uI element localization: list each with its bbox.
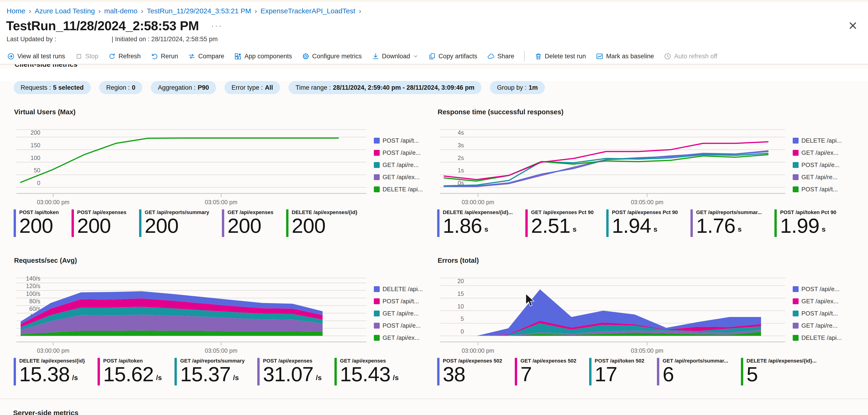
- refresh-button[interactable]: Refresh: [108, 53, 141, 60]
- filter-time-range[interactable]: Time range :28/11/2024, 2:59:40 pm - 28/…: [288, 81, 482, 94]
- legend-item[interactable]: GET /api/re...: [374, 310, 423, 317]
- svg-text:3s: 3s: [458, 142, 464, 148]
- stat-unit: s: [484, 225, 488, 233]
- svg-text:5: 5: [461, 315, 464, 322]
- breadcrumb-malt-demo[interactable]: malt-demo: [104, 7, 137, 15]
- legend-item[interactable]: POST /api/t...: [374, 298, 423, 305]
- legend-item[interactable]: GET /api/ex...: [374, 174, 423, 181]
- chart-response-time: Response time (successful responses) 4s3…: [437, 108, 868, 237]
- filter-requests[interactable]: Requests :5 selected: [13, 81, 91, 94]
- legend-swatch-icon: [374, 335, 380, 341]
- stat-color-bar: [657, 358, 659, 385]
- legend-item[interactable]: POST /api/e...: [793, 285, 842, 293]
- legend-label: DELETE /api...: [382, 285, 423, 293]
- legend-item[interactable]: DELETE /api...: [374, 285, 423, 293]
- legend-item[interactable]: GET /api/re...: [793, 322, 842, 329]
- configure-metrics-button[interactable]: Configure metrics: [302, 53, 362, 60]
- breadcrumb-loadtest[interactable]: ExpenseTrackerAPI_LoadTest: [260, 7, 355, 15]
- stat-value: 15.37: [180, 364, 230, 385]
- stop-button[interactable]: Stop: [75, 53, 98, 60]
- legend-swatch-icon: [793, 298, 799, 304]
- toolbar: View all test runs Stop Refresh Rerun Co…: [0, 48, 868, 64]
- breadcrumb-home[interactable]: Home: [6, 7, 25, 15]
- stat-unit: /s: [156, 374, 162, 382]
- stat-value: 6: [662, 364, 674, 385]
- legend-item[interactable]: GET /api/ex...: [793, 298, 842, 305]
- stat-color-bar: [13, 358, 16, 385]
- legend-item[interactable]: GET /api/re...: [793, 174, 842, 181]
- mark-as-baseline-button[interactable]: Mark as baseline: [596, 53, 654, 60]
- legend-swatch-icon: [793, 162, 799, 168]
- stat-card: POST /api/token 502 17: [589, 358, 645, 385]
- svg-text:140/s: 140/s: [26, 275, 40, 282]
- legend-label: POST /api/e...: [801, 161, 840, 169]
- compare-button[interactable]: Compare: [188, 53, 224, 60]
- stat-unit: /s: [393, 374, 399, 382]
- legend-label: GET /api/re...: [382, 161, 418, 169]
- rerun-icon: [151, 53, 158, 60]
- legend-swatch-icon: [793, 138, 799, 144]
- stat-color-bar: [606, 209, 609, 237]
- toolbar-label: Stop: [85, 53, 98, 60]
- close-button[interactable]: ×: [847, 18, 859, 33]
- filter-aggregation[interactable]: Aggregation :P90: [151, 81, 216, 94]
- stat-value: 15.62: [103, 364, 154, 385]
- legend-item[interactable]: GET /api/ex...: [793, 149, 842, 157]
- svg-text:03:00:00 pm: 03:00:00 pm: [37, 347, 69, 354]
- stat-color-bar: [71, 209, 74, 237]
- legend-item[interactable]: POST /api/e...: [793, 161, 842, 169]
- svg-text:200: 200: [30, 129, 40, 136]
- stat-color-bar: [437, 209, 439, 237]
- errors-stats: POST /api/expenses 502 38 GET /api/expen…: [437, 358, 868, 385]
- legend-item[interactable]: DELETE /api...: [793, 334, 842, 342]
- legend-item[interactable]: POST /api/t...: [793, 186, 842, 193]
- legend-item[interactable]: DELETE /api...: [374, 186, 423, 193]
- breadcrumb-azure-load-testing[interactable]: Azure Load Testing: [35, 7, 95, 15]
- response-time-chart-canvas: 4s3s2s1s0s03:00:00 pm03:05:00 pm: [437, 125, 789, 206]
- legend-item[interactable]: GET /api/ex...: [374, 334, 423, 342]
- filter-error-type[interactable]: Error type :All: [224, 81, 280, 94]
- more-options-button[interactable]: ···: [210, 21, 224, 31]
- legend-item[interactable]: DELETE /api...: [793, 137, 842, 144]
- svg-text:100: 100: [30, 154, 40, 161]
- filter-value: P90: [198, 84, 209, 91]
- legend-label: DELETE /api...: [801, 334, 842, 342]
- svg-text:100/s: 100/s: [26, 290, 40, 297]
- view-all-test-runs-button[interactable]: View all test runs: [7, 53, 65, 60]
- chart-requests-per-sec: Requests/sec (Avg) 140/s120/s100/s80/s60…: [13, 257, 437, 385]
- legend-swatch-icon: [374, 298, 380, 304]
- legend-label: GET /api/ex...: [382, 174, 420, 181]
- svg-text:03:00:00 pm: 03:00:00 pm: [462, 347, 494, 354]
- legend-item[interactable]: POST /api/t...: [793, 310, 842, 317]
- legend-swatch-icon: [374, 186, 380, 192]
- filter-group-by[interactable]: Group by :1m: [490, 81, 545, 94]
- copy-artifacts-button[interactable]: Copy artifacts: [428, 53, 477, 60]
- stat-card: GET /api/expenses 502 7: [515, 358, 576, 385]
- stat-card: DELETE /api/expenses/{id} 15.38 /s: [13, 358, 85, 385]
- stat-color-bar: [257, 358, 260, 385]
- svg-text:03:05:00 pm: 03:05:00 pm: [205, 199, 237, 205]
- filter-label: Group by :: [497, 84, 527, 91]
- last-updated-label: Last Updated by :: [6, 36, 112, 43]
- auto-refresh-off-button[interactable]: Auto refresh off: [664, 53, 717, 60]
- window-top-strip: [0, 0, 868, 2]
- toolbar-label: Share: [497, 53, 514, 60]
- legend-item[interactable]: POST /api/t...: [374, 137, 423, 144]
- filter-label: Error type :: [231, 84, 263, 91]
- compare-icon: [188, 53, 195, 60]
- filter-region[interactable]: Region :0: [99, 81, 143, 94]
- stat-card: GET /api/reports/summar... 1.76 s: [690, 209, 762, 237]
- app-components-button[interactable]: App components: [234, 53, 292, 60]
- stat-value: 15.43: [340, 364, 391, 385]
- delete-test-run-button[interactable]: Delete test run: [534, 53, 586, 60]
- legend-item[interactable]: POST /api/e...: [374, 149, 423, 157]
- breadcrumb-testrun[interactable]: TestRun_11/29/2024_3:53:21 PM: [147, 7, 251, 15]
- legend-item[interactable]: POST /api/e...: [374, 322, 423, 329]
- download-button[interactable]: Download: [372, 53, 418, 60]
- stat-value: 1.99: [780, 215, 819, 236]
- legend-swatch-icon: [793, 323, 799, 328]
- toolbar-label: View all test runs: [18, 53, 65, 60]
- legend-item[interactable]: GET /api/re...: [374, 161, 423, 169]
- rerun-button[interactable]: Rerun: [151, 53, 178, 60]
- share-button[interactable]: Share: [487, 53, 514, 60]
